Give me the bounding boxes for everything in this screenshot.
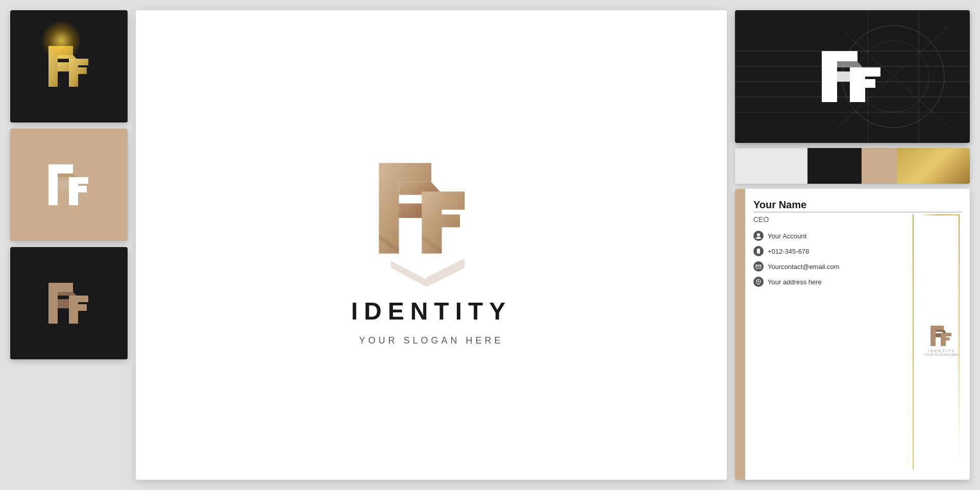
gold-line-v xyxy=(959,214,960,464)
svg-marker-13 xyxy=(422,191,464,253)
left-column xyxy=(10,10,128,480)
phone-text: +012-345-678 xyxy=(768,248,809,255)
slogan-text: YOUR SLOGAN HERE xyxy=(359,335,503,346)
right-column: Your Name CEO Your Account xyxy=(735,10,970,480)
bar-white xyxy=(735,148,807,184)
account-text: Your Account xyxy=(768,232,806,240)
gold-corner: IDENTITY YOUR SLOGAN HERE xyxy=(914,189,970,480)
svg-point-32 xyxy=(758,253,759,254)
gold-line-h xyxy=(919,214,960,215)
svg-marker-2 xyxy=(69,59,88,87)
logo-variant-tan-white xyxy=(10,129,128,241)
main-container: IDENTITY YOUR SLOGAN HERE xyxy=(10,10,970,480)
pf-logo-dark-card xyxy=(817,46,888,107)
biz-card-bars xyxy=(735,148,970,184)
bar-tan xyxy=(862,148,898,184)
pf-logo-white xyxy=(38,154,100,215)
logo-variant-dark-gold xyxy=(10,10,128,122)
pf-logo-gold xyxy=(38,36,100,97)
svg-point-30 xyxy=(757,233,760,236)
svg-marker-37 xyxy=(941,333,951,346)
address-text: Your address here xyxy=(768,278,822,286)
mini-identity: IDENTITY xyxy=(928,349,955,353)
mini-slogan: YOUR SLOGAN HERE xyxy=(924,353,959,356)
bar-gold xyxy=(897,148,970,184)
svg-point-34 xyxy=(758,281,760,282)
biz-card-dark xyxy=(735,10,970,143)
email-text: Yourcontact@email.com xyxy=(768,263,840,271)
email-icon xyxy=(753,261,764,272)
pf-logo-mini xyxy=(928,323,956,349)
account-icon xyxy=(753,231,764,241)
identity-text: IDENTITY xyxy=(351,297,512,325)
svg-marker-8 xyxy=(69,296,88,324)
bar-dark xyxy=(807,148,862,184)
logo-variant-dark-muted xyxy=(10,247,128,359)
center-panel: IDENTITY YOUR SLOGAN HERE xyxy=(136,10,727,480)
svg-marker-5 xyxy=(69,177,88,205)
pf-logo-muted xyxy=(38,273,100,334)
pf-main-logo xyxy=(360,144,503,287)
location-icon xyxy=(753,277,764,287)
center-logo-area: IDENTITY YOUR SLOGAN HERE xyxy=(351,144,512,346)
phone-icon xyxy=(753,246,764,256)
biz-card-accent-bar xyxy=(735,189,745,480)
svg-marker-29 xyxy=(850,67,880,102)
biz-card-white: Your Name CEO Your Account xyxy=(735,189,970,480)
